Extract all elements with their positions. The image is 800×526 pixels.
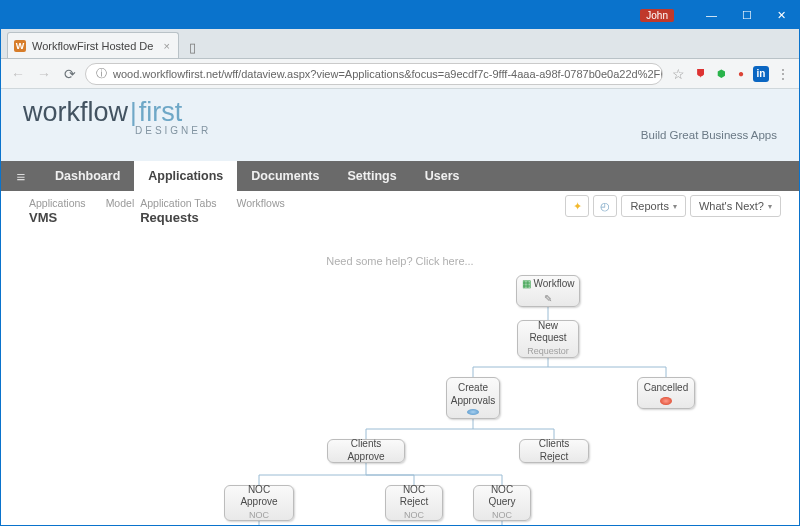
menu-documents[interactable]: Documents <box>237 161 333 191</box>
chrome-menu-icon[interactable]: ⋮ <box>773 67 793 81</box>
extension-icon-linkedin[interactable]: in <box>753 66 769 82</box>
reports-dropdown[interactable]: Reports▾ <box>621 195 686 217</box>
node-workflow[interactable]: ▦Workflow ✎ <box>516 275 580 307</box>
window-minimize-button[interactable]: — <box>694 1 729 29</box>
brand-word-2: first <box>139 97 183 127</box>
chevron-down-icon: ▾ <box>768 202 772 211</box>
workflow-icon: ▦ <box>522 278 531 291</box>
page-actions: ✦ ◴ Reports▾ What's Next?▾ <box>565 195 781 217</box>
forward-button[interactable]: → <box>33 63 55 85</box>
browser-toolbar: ← → ⟳ ⓘ wood.workflowfirst.net/wff/datav… <box>1 59 799 89</box>
brand-word-1: workflow <box>23 97 128 127</box>
browser-tab[interactable]: W WorkflowFirst Hosted De × <box>7 32 179 58</box>
node-cancelled[interactable]: Cancelled <box>637 377 695 409</box>
tab-close-icon[interactable]: × <box>163 40 169 52</box>
crumb-applications[interactable]: Applications VMS <box>29 197 86 225</box>
page-content: 👤 admin| User Guide| Support| Admin Tool… <box>1 89 799 525</box>
new-tab-button[interactable]: ▯ <box>183 38 203 58</box>
action-icon-2[interactable]: ◴ <box>593 195 617 217</box>
menu-settings[interactable]: Settings <box>333 161 410 191</box>
crumb-app-tabs[interactable]: Application Tabs Requests <box>140 197 216 225</box>
brand-logo[interactable]: workflow|first <box>23 97 781 128</box>
window-maximize-button[interactable]: ☐ <box>729 1 764 29</box>
tab-favicon: W <box>14 40 26 52</box>
extension-icon-1[interactable]: ⛊ <box>693 66 709 82</box>
chevron-down-icon: ▾ <box>673 202 677 211</box>
reload-button[interactable]: ⟳ <box>59 63 81 85</box>
browser-tabstrip: W WorkflowFirst Hosted De × ▯ <box>1 29 799 59</box>
window-close-button[interactable]: ✕ <box>764 1 799 29</box>
main-menubar: ≡ Dashboard Applications Documents Setti… <box>1 161 799 191</box>
globe-icon <box>467 409 479 415</box>
stop-icon <box>660 397 672 406</box>
circle-icon: ◴ <box>600 200 610 213</box>
whats-next-dropdown[interactable]: What's Next?▾ <box>690 195 781 217</box>
site-info-icon[interactable]: ⓘ <box>96 66 107 81</box>
hamburger-icon[interactable]: ≡ <box>1 161 41 191</box>
workflow-canvas[interactable]: ▦Workflow ✎ New Request Requestor Create… <box>1 267 799 525</box>
node-clients-approve[interactable]: Clients Approve <box>327 439 405 463</box>
edit-icon: ✎ <box>542 293 554 305</box>
node-clients-reject[interactable]: Clients Reject <box>519 439 589 463</box>
bookmark-star-icon[interactable]: ☆ <box>667 63 689 85</box>
node-noc-reject[interactable]: NOC Reject NOC <box>385 485 443 521</box>
app-window: John — ☐ ✕ W WorkflowFirst Hosted De × ▯… <box>0 0 800 526</box>
brand-tagline: Build Great Business Apps <box>641 129 777 141</box>
menu-applications[interactable]: Applications <box>134 161 237 191</box>
address-bar[interactable]: ⓘ wood.workflowfirst.net/wff/dataview.as… <box>85 63 663 85</box>
url-text: wood.workflowfirst.net/wff/dataview.aspx… <box>113 68 663 80</box>
user-chip[interactable]: John <box>640 9 674 22</box>
refresh-icon: ✦ <box>573 200 582 213</box>
action-icon-1[interactable]: ✦ <box>565 195 589 217</box>
extension-icon-3[interactable]: ● <box>733 66 749 82</box>
window-titlebar: John — ☐ ✕ <box>1 1 799 29</box>
crumb-model[interactable]: Model <box>106 197 135 209</box>
breadcrumb-row: Applications VMS Model Application Tabs … <box>1 191 799 229</box>
node-create-approvals[interactable]: Create Approvals <box>446 377 500 419</box>
node-noc-query[interactable]: NOC Query NOC <box>473 485 531 521</box>
menu-users[interactable]: Users <box>411 161 474 191</box>
menu-dashboard[interactable]: Dashboard <box>41 161 134 191</box>
node-noc-approve[interactable]: NOC Approve NOC <box>224 485 294 521</box>
node-new-request[interactable]: New Request Requestor <box>517 320 579 358</box>
crumb-workflows[interactable]: Workflows <box>237 197 285 209</box>
page-header: workflow|first DESIGNER Build Great Busi… <box>1 89 799 161</box>
back-button[interactable]: ← <box>7 63 29 85</box>
help-hint[interactable]: Need some help? Click here... <box>1 255 799 267</box>
extension-icon-2[interactable]: ⬢ <box>713 66 729 82</box>
tab-title: WorkflowFirst Hosted De <box>32 40 153 52</box>
